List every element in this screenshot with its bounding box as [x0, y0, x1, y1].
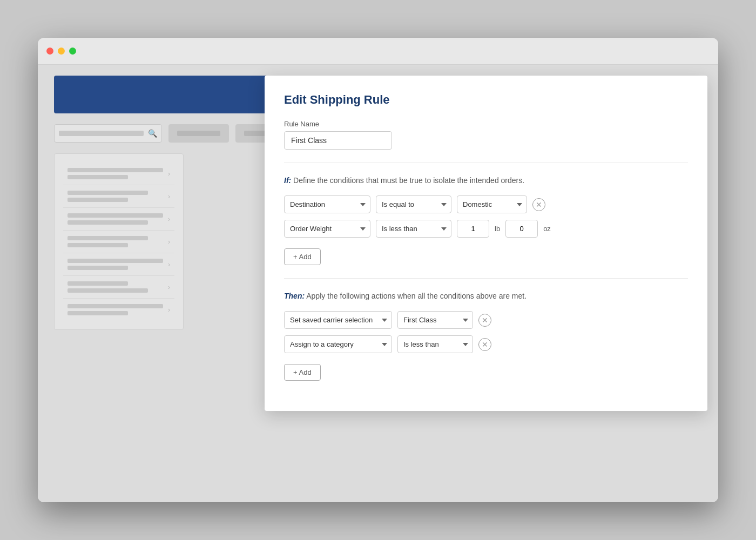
close-icon: ✕ — [482, 340, 488, 349]
action-value-select-2[interactable]: Is less than Is greater than Is equal to — [397, 335, 473, 353]
if-description: Define the conditions that must be true … — [293, 176, 524, 185]
modal-title: Edit Shipping Rule — [284, 93, 688, 107]
if-section: If: Define the conditions that must be t… — [284, 176, 688, 265]
condition-operator-select-1[interactable]: Is equal to Is less than Is greater than — [376, 195, 451, 213]
remove-action-button-1[interactable]: ✕ — [478, 314, 491, 327]
browser-content: 🔍 › › — [38, 65, 718, 502]
condition-field-select-2[interactable]: Destination Order Weight Order Total — [284, 220, 370, 238]
remove-action-button-2[interactable]: ✕ — [478, 338, 491, 351]
then-description: Apply the following actions when all the… — [306, 292, 526, 300]
lb-unit-label: lb — [495, 225, 500, 233]
if-label: If: — [284, 176, 291, 185]
action-field-select-1[interactable]: Set saved carrier selection Assign to a … — [284, 311, 392, 329]
action-field-select-2[interactable]: Set saved carrier selection Assign to a … — [284, 335, 392, 353]
condition-field-select-1[interactable]: Destination Order Weight Order Total — [284, 195, 370, 213]
then-section-header: Then: Apply the following actions when a… — [284, 292, 688, 300]
action-row-1: Set saved carrier selection Assign to a … — [284, 311, 688, 329]
traffic-light-yellow[interactable] — [58, 48, 65, 55]
edit-shipping-rule-modal: Edit Shipping Rule Rule Name If: Define … — [265, 76, 707, 411]
add-condition-button[interactable]: + Add — [284, 248, 321, 265]
section-divider-2 — [284, 278, 688, 279]
weight-oz-input[interactable] — [505, 220, 538, 238]
browser-chrome — [38, 38, 718, 65]
rule-name-label: Rule Name — [284, 120, 688, 128]
traffic-light-red[interactable] — [46, 48, 53, 55]
close-icon: ✕ — [482, 316, 488, 325]
condition-row-1: Destination Order Weight Order Total Is … — [284, 195, 688, 213]
remove-condition-button-1[interactable]: ✕ — [532, 198, 545, 211]
condition-operator-select-2[interactable]: Is equal to Is less than Is greater than — [376, 220, 451, 238]
traffic-light-green[interactable] — [69, 48, 76, 55]
rule-name-input[interactable] — [284, 131, 392, 150]
action-value-select-1[interactable]: First Class Priority Mail Ground — [397, 311, 473, 329]
weight-lb-input[interactable] — [457, 220, 489, 238]
close-icon: ✕ — [536, 200, 542, 209]
condition-row-2: Destination Order Weight Order Total Is … — [284, 220, 688, 238]
then-label: Then: — [284, 292, 305, 300]
oz-unit-label: oz — [543, 225, 551, 233]
then-section: Then: Apply the following actions when a… — [284, 292, 688, 381]
if-section-header: If: Define the conditions that must be t… — [284, 176, 688, 185]
action-row-2: Set saved carrier selection Assign to a … — [284, 335, 688, 353]
rule-name-section: Rule Name — [284, 120, 688, 150]
modal-overlay: Edit Shipping Rule Rule Name If: Define … — [38, 65, 718, 502]
section-divider — [284, 163, 688, 163]
condition-value-select-1[interactable]: Domestic International — [457, 195, 527, 213]
browser-window: 🔍 › › — [38, 38, 718, 502]
add-action-button[interactable]: + Add — [284, 364, 321, 381]
